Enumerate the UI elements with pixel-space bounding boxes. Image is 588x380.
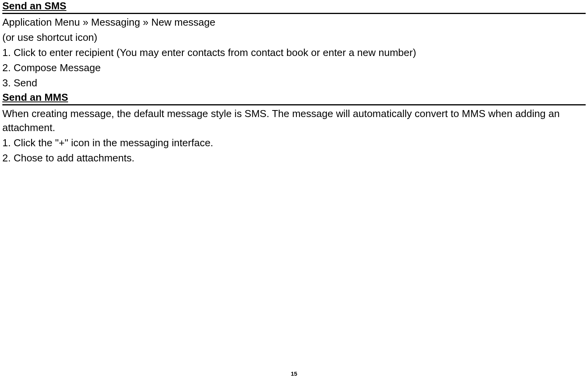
heading-send-sms: Send an SMS <box>2 0 586 14</box>
mms-intro: When creating message, the default messa… <box>2 107 586 134</box>
breadcrumb-text: Application Menu » Messaging » New messa… <box>2 16 586 29</box>
section-send-mms: Send an MMS When creating message, the d… <box>2 91 586 165</box>
shortcut-note: (or use shortcut icon) <box>2 31 586 44</box>
mms-step-2: 2. Chose to add attachments. <box>2 151 586 165</box>
mms-step-1: 1. Click the "+" icon in the messaging i… <box>2 136 586 150</box>
sms-step-3: 3. Send <box>2 76 586 90</box>
section-send-sms: Send an SMS Application Menu » Messaging… <box>2 0 586 90</box>
sms-step-2: 2. Compose Message <box>2 61 586 75</box>
sms-step-1: 1. Click to enter recipient (You may ent… <box>2 46 586 60</box>
heading-send-mms: Send an MMS <box>2 91 586 105</box>
page-number: 15 <box>0 370 588 377</box>
